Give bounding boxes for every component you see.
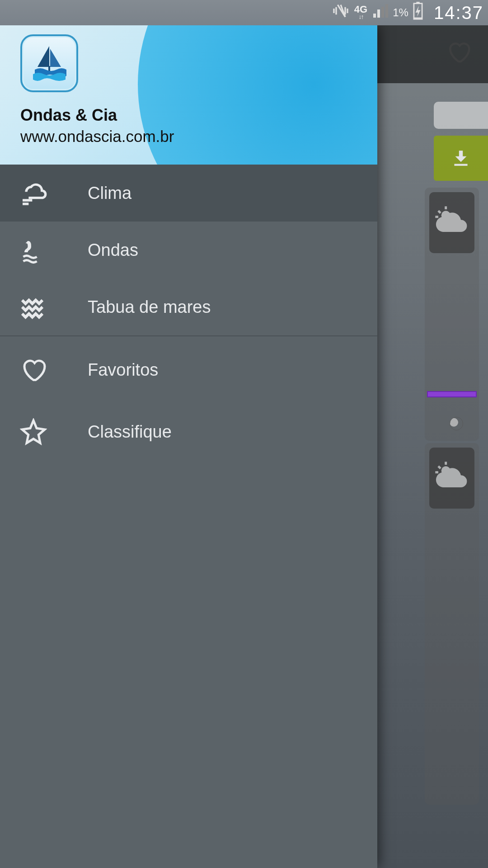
- forecast-bar: [427, 391, 477, 397]
- signal-icon: [372, 3, 388, 23]
- svg-point-0: [441, 211, 450, 220]
- app-name: Ondas & Cia: [20, 106, 357, 125]
- cloud-wind-icon: [18, 178, 49, 208]
- status-clock: 14:37: [434, 3, 483, 23]
- menu-item-ondas[interactable]: Ondas: [0, 222, 377, 278]
- status-bar: 4G ↓↑ 1% 14:37: [0, 0, 488, 25]
- vibrate-icon: [332, 2, 350, 24]
- download-button[interactable]: [434, 136, 488, 181]
- wave-icon: [18, 235, 49, 265]
- menu-label: Clima: [88, 184, 131, 203]
- data-arrows-icon: ↓↑: [359, 14, 363, 20]
- menu-item-classifique[interactable]: Classifique: [0, 403, 377, 460]
- star-icon: [18, 416, 49, 447]
- navigation-drawer: Ondas & Cia www.ondascia.com.br Clima On…: [0, 25, 377, 868]
- svg-line-6: [438, 466, 441, 468]
- menu-item-favoritos[interactable]: Favoritos: [0, 336, 377, 403]
- svg-point-4: [441, 466, 450, 475]
- battery-percent: 1%: [393, 6, 408, 19]
- svg-rect-10: [416, 2, 419, 4]
- menu-label: Classifique: [88, 422, 172, 442]
- menu-label: Favoritos: [88, 360, 158, 380]
- heart-icon: [18, 354, 49, 385]
- menu-item-tabua[interactable]: Tabua de mares: [0, 278, 377, 335]
- network-type: 4G: [354, 5, 367, 14]
- weather-tile-1: [429, 192, 474, 253]
- tide-icon: [18, 292, 49, 322]
- moon-phase-icon: [450, 417, 463, 430]
- app-logo-icon: [20, 34, 78, 92]
- drawer-header: Ondas & Cia www.ondascia.com.br: [0, 25, 377, 165]
- weather-tile-2: [429, 448, 474, 509]
- drawer-menu: Clima Ondas Tabua de mares Favoritos: [0, 165, 377, 460]
- svg-rect-12: [48, 66, 50, 71]
- svg-rect-11: [414, 18, 422, 19]
- menu-label: Ondas: [88, 241, 138, 260]
- favorite-button[interactable]: [443, 36, 474, 68]
- search-pill: [434, 102, 488, 129]
- svg-line-2: [438, 211, 441, 213]
- app-url: www.ondascia.com.br: [20, 127, 357, 146]
- menu-label: Tabua de mares: [88, 297, 211, 317]
- menu-item-clima[interactable]: Clima: [0, 165, 377, 222]
- battery-charging-icon: [413, 2, 423, 24]
